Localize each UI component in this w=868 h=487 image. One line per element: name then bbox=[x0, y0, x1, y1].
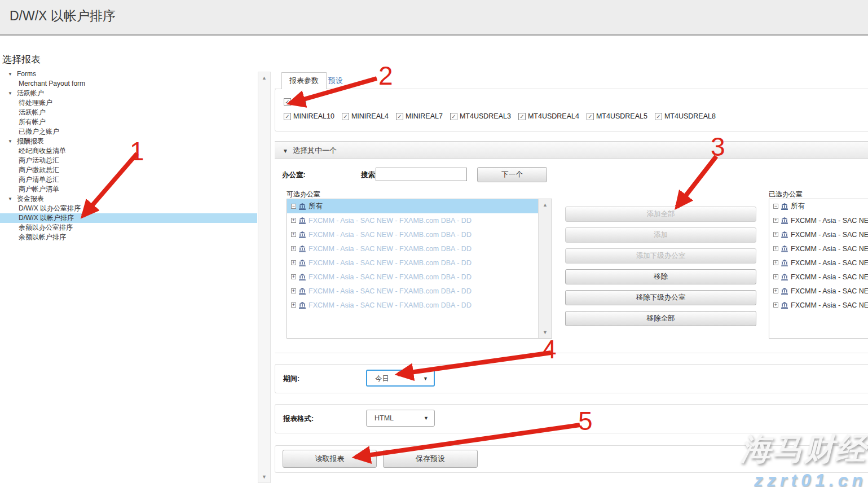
collapse-node-icon[interactable]: − bbox=[773, 204, 778, 209]
office-row[interactable]: +FXCMM - Asia - SAC NEW - FXAMB.com DBA … bbox=[769, 298, 868, 312]
save-preset-button[interactable]: 保存预设 bbox=[383, 450, 478, 468]
expand-node-icon[interactable]: + bbox=[291, 288, 296, 293]
office-row[interactable]: +FXCMM - Asia - SAC NEW - FXAMB.com DBA … bbox=[287, 284, 552, 298]
tree-item[interactable]: D/W/X 以办公室排序 bbox=[0, 204, 257, 213]
office-row[interactable]: +FXCMM - Asia - SAC NEW - FXAMB.com DBA … bbox=[287, 242, 552, 256]
server-checkbox[interactable]: ✓MT4USDREAL3 bbox=[450, 112, 511, 120]
checkbox-checked-icon[interactable]: ✓ bbox=[587, 113, 594, 120]
transfer-button[interactable]: 添加全部 bbox=[565, 207, 756, 222]
tree-item[interactable]: 经纪商收益清单 bbox=[0, 146, 257, 156]
tree-item[interactable]: D/W/X 以帐户排序 bbox=[0, 213, 257, 223]
office-row[interactable]: +FXCMM - Asia - SAC NEW - FXAMB.com DBA … bbox=[769, 213, 868, 227]
available-offices-list[interactable]: −所有+FXCMM - Asia - SAC NEW - FXAMB.com D… bbox=[287, 199, 552, 339]
collapse-icon[interactable]: ▼ bbox=[8, 137, 14, 146]
expand-node-icon[interactable]: + bbox=[291, 274, 296, 279]
expand-node-icon[interactable]: + bbox=[291, 302, 296, 308]
transfer-button[interactable]: 移除下级办公室 bbox=[565, 290, 756, 305]
expand-node-icon[interactable]: + bbox=[291, 246, 296, 251]
collapse-icon[interactable]: ▼ bbox=[8, 69, 14, 79]
expand-node-icon[interactable]: + bbox=[291, 260, 296, 265]
tree-item[interactable]: 所有帐户 bbox=[0, 117, 257, 127]
server-checkbox[interactable]: ✓MINIREAL4 bbox=[342, 112, 389, 120]
tree-group[interactable]: ▼资金报表 bbox=[0, 194, 257, 204]
expand-node-icon[interactable]: + bbox=[773, 246, 778, 251]
tree-item[interactable]: 商户帐户清单 bbox=[0, 185, 257, 194]
selected-offices-list[interactable]: −所有+FXCMM - Asia - SAC NEW - FXAMB.com D… bbox=[769, 199, 868, 339]
office-row[interactable]: +FXCMM - Asia - SAC NEW - FXAMB.com DBA … bbox=[287, 298, 552, 312]
tab-report-params[interactable]: 报表参数 bbox=[281, 72, 327, 89]
available-offices-label: 可选办公室 bbox=[287, 190, 320, 199]
office-row-all[interactable]: −所有 bbox=[769, 199, 868, 213]
transfer-button[interactable]: 移除全部 bbox=[565, 311, 756, 326]
period-value: 今日 bbox=[375, 371, 389, 387]
expand-node-icon[interactable]: + bbox=[773, 260, 778, 265]
checkbox-checked-icon[interactable]: ✓ bbox=[284, 113, 291, 120]
tree-item[interactable]: 待处理账户 bbox=[0, 98, 257, 108]
collapse-icon[interactable]: ▼ bbox=[283, 148, 288, 154]
checkbox-checked-icon[interactable]: ✓ bbox=[342, 113, 349, 120]
checkbox-checked-icon[interactable]: ✓ bbox=[518, 113, 526, 120]
expand-node-icon[interactable]: + bbox=[773, 302, 778, 308]
transfer-button[interactable]: 移除 bbox=[565, 269, 756, 284]
office-row[interactable]: +FXCMM - Asia - SAC NEW - FXAMB.com DBA … bbox=[287, 270, 552, 284]
search-input[interactable] bbox=[376, 168, 467, 181]
tree-item[interactable]: 活跃帐户 bbox=[0, 108, 257, 117]
next-button[interactable]: 下一个 bbox=[477, 167, 547, 182]
transfer-button[interactable]: 添加 bbox=[565, 227, 756, 243]
tree-item[interactable]: 商户活动总汇 bbox=[0, 156, 257, 165]
office-section-title: 选择其中一个 bbox=[293, 146, 337, 155]
collapse-icon[interactable]: ▼ bbox=[8, 89, 14, 98]
expand-node-icon[interactable]: + bbox=[773, 274, 778, 279]
server-checkbox[interactable]: ✓MT4USDREAL5 bbox=[587, 112, 647, 120]
office-row[interactable]: +FXCMM - Asia - SAC NEW - FXAMB.com DBA … bbox=[769, 256, 868, 270]
scroll-up-icon[interactable]: ▲ bbox=[539, 202, 552, 208]
expand-node-icon[interactable]: + bbox=[773, 232, 778, 237]
list-scrollbar[interactable]: ▲ ▼ bbox=[538, 199, 552, 338]
sidebar-scrollbar[interactable]: ▲ ▼ bbox=[258, 72, 271, 483]
server-checkbox[interactable]: ✓MT4USDREAL8 bbox=[655, 112, 716, 120]
tree-item[interactable]: Merchant Payout form bbox=[0, 79, 257, 89]
server-all-checkbox[interactable]: ✓ 所有 bbox=[284, 97, 307, 107]
checkbox-checked-icon[interactable]: ✓ bbox=[450, 113, 457, 120]
expand-node-icon[interactable]: + bbox=[773, 288, 778, 293]
scroll-down-icon[interactable]: ▼ bbox=[258, 474, 270, 480]
expand-node-icon[interactable]: + bbox=[291, 232, 296, 237]
tree-group[interactable]: ▼Forms bbox=[0, 69, 257, 79]
office-row[interactable]: +FXCMM - Asia - SAC NEW - FXAMB.com DBA … bbox=[769, 227, 868, 242]
tree-item[interactable]: 已撤户之账户 bbox=[0, 127, 257, 137]
load-report-button[interactable]: 读取报表 bbox=[283, 450, 377, 468]
collapse-node-icon[interactable]: − bbox=[291, 204, 296, 209]
office-building-icon bbox=[781, 231, 788, 238]
collapse-icon[interactable]: ▼ bbox=[8, 194, 14, 204]
office-row-all[interactable]: −所有 bbox=[287, 199, 552, 213]
office-row[interactable]: +FXCMM - Asia - SAC NEW - FXAMB.com DBA … bbox=[769, 284, 868, 298]
format-dropdown[interactable]: HTML ▼ bbox=[366, 410, 435, 427]
expand-node-icon[interactable]: + bbox=[773, 218, 778, 223]
tree-group[interactable]: ▼报酬报表 bbox=[0, 137, 257, 146]
server-checkbox[interactable]: ✓MINIREAL7 bbox=[396, 112, 443, 120]
scroll-up-icon[interactable]: ▲ bbox=[258, 75, 270, 81]
expand-node-icon[interactable]: + bbox=[291, 218, 296, 223]
transfer-button[interactable]: 添加下级办公室 bbox=[565, 248, 756, 264]
server-checkbox[interactable]: ✓MT4USDREAL4 bbox=[518, 112, 579, 120]
office-section-header[interactable]: ▼选择其中一个 bbox=[275, 141, 868, 159]
tab-presets[interactable]: 预设 bbox=[328, 72, 343, 89]
tree-group[interactable]: ▼活跃帐户 bbox=[0, 89, 257, 98]
checkbox-checked-icon[interactable]: ✓ bbox=[655, 113, 662, 120]
office-row[interactable]: +FXCMM - Asia - SAC NEW - FXAMB.com DBA … bbox=[287, 227, 552, 242]
tree-item[interactable]: 余额以办公室排序 bbox=[0, 223, 257, 232]
office-row[interactable]: +FXCMM - Asia - SAC NEW - FXAMB.com DBA … bbox=[769, 270, 868, 284]
tree-item[interactable]: 商户缴款总汇 bbox=[0, 165, 257, 175]
checkbox-checked-icon[interactable]: ✓ bbox=[396, 113, 403, 120]
office-row[interactable]: +FXCMM - Asia - SAC NEW - FXAMB.com DBA … bbox=[287, 213, 552, 227]
scroll-down-icon[interactable]: ▼ bbox=[539, 330, 552, 335]
office-row[interactable]: +FXCMM - Asia - SAC NEW - FXAMB.com DBA … bbox=[769, 242, 868, 256]
office-name: FXCMM - Asia - SAC NEW - FXAMB.com DBA -… bbox=[791, 231, 868, 239]
office-row[interactable]: +FXCMM - Asia - SAC NEW - FXAMB.com DBA … bbox=[287, 256, 552, 270]
checkbox-checked-icon[interactable]: ✓ bbox=[284, 98, 291, 106]
page-header: D/W/X 以帐户排序 bbox=[0, 0, 868, 36]
period-dropdown[interactable]: 今日 ▼ bbox=[366, 370, 435, 387]
tree-item[interactable]: 余额以帐户排序 bbox=[0, 232, 257, 242]
tree-item[interactable]: 商户清单总汇 bbox=[0, 175, 257, 185]
server-checkbox[interactable]: ✓MINIREAL10 bbox=[284, 112, 334, 120]
